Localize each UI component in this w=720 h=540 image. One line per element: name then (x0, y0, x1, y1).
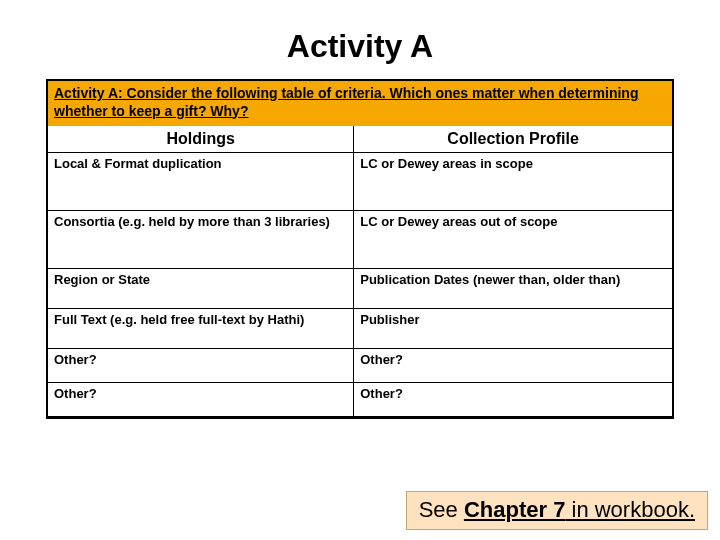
header-holdings: Holdings (48, 126, 354, 153)
cell-holdings: Local & Format duplication (48, 153, 354, 211)
table-row: Other? Other? (48, 383, 672, 417)
footer-post: in workbook. (565, 497, 695, 522)
cell-profile: Publisher (354, 309, 672, 349)
table-row: Region or State Publication Dates (newer… (48, 269, 672, 309)
table-row: Full Text (e.g. held free full-text by H… (48, 309, 672, 349)
cell-holdings: Full Text (e.g. held free full-text by H… (48, 309, 354, 349)
header-collection-profile: Collection Profile (354, 126, 672, 153)
page-title: Activity A (0, 0, 720, 79)
table-row: Other? Other? (48, 349, 672, 383)
cell-holdings: Other? (48, 383, 354, 417)
cell-holdings: Consortia (e.g. held by more than 3 libr… (48, 211, 354, 269)
cell-holdings: Region or State (48, 269, 354, 309)
cell-profile: Publication Dates (newer than, older tha… (354, 269, 672, 309)
cell-profile: Other? (354, 383, 672, 417)
table-row: Consortia (e.g. held by more than 3 libr… (48, 211, 672, 269)
cell-profile: Other? (354, 349, 672, 383)
footer-chapter: Chapter 7 (464, 497, 565, 522)
criteria-grid: Holdings Collection Profile Local & Form… (48, 126, 672, 417)
footer-callout: See Chapter 7 in workbook. (406, 491, 708, 530)
cell-profile: LC or Dewey areas out of scope (354, 211, 672, 269)
activity-prompt: Activity A: Consider the following table… (48, 81, 672, 126)
footer-pre: See (419, 497, 464, 522)
header-row: Holdings Collection Profile (48, 126, 672, 153)
cell-profile: LC or Dewey areas in scope (354, 153, 672, 211)
table-row: Local & Format duplication LC or Dewey a… (48, 153, 672, 211)
cell-holdings: Other? (48, 349, 354, 383)
criteria-table: Activity A: Consider the following table… (46, 79, 674, 419)
